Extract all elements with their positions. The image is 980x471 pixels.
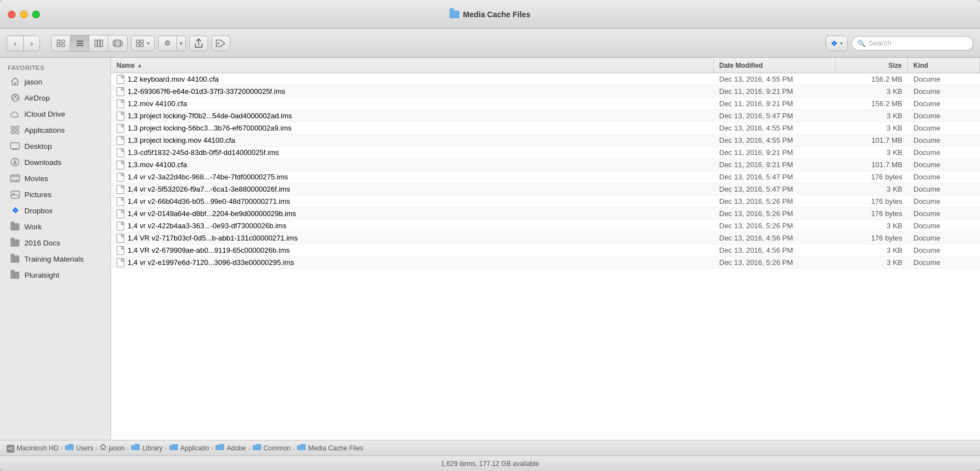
sidebar-item-training[interactable]: Training Materials — [2, 251, 108, 267]
sidebar-item-icloud[interactable]: iCloud Drive — [2, 106, 108, 122]
tag-button[interactable] — [211, 36, 230, 51]
dropbox-button[interactable]: ❖ ▾ — [826, 36, 848, 51]
sidebar-label-movies: Movies — [24, 174, 48, 183]
file-cell-kind: Docume — [908, 246, 980, 254]
folder-breadcrumb-icon — [297, 444, 306, 450]
sidebar-item-pictures[interactable]: Pictures — [2, 187, 108, 202]
action-dropdown[interactable]: ⚙ ▾ — [158, 36, 186, 51]
file-cell-kind: Docume — [908, 99, 980, 108]
file-cell-name: 1,4 vr v2-5f532026-f9a7...-6ca1-3e880000… — [111, 185, 714, 194]
breadcrumb-separator: › — [211, 445, 214, 452]
sort-arrow-icon: ▲ — [137, 62, 143, 68]
file-cell-size: 3 KB — [836, 222, 908, 230]
breadcrumb-label-media-cache-files: Media Cache Files — [308, 444, 363, 452]
breadcrumb-item-jason[interactable]: jason — [100, 444, 125, 452]
file-row[interactable]: 1,2.mov 44100.cfa Dec 11, 2016, 9:21 PM … — [111, 98, 980, 110]
breadcrumb-item-adobe[interactable]: Adobe — [215, 444, 246, 452]
forward-button[interactable]: › — [23, 36, 40, 51]
file-doc-icon — [117, 234, 124, 243]
folder-breadcrumb-icon — [215, 444, 224, 450]
file-cell-size: 3 KB — [836, 185, 908, 193]
sidebar-item-pluralsight[interactable]: Pluralsight — [2, 267, 108, 283]
file-cell-kind: Docume — [908, 136, 980, 144]
file-cell-size: 156.2 MB — [836, 75, 908, 83]
file-cell-size: 176 bytes — [836, 197, 908, 206]
sidebar-item-work[interactable]: Work — [2, 219, 108, 234]
sidebar-item-2016docs[interactable]: 2016 Docs — [2, 235, 108, 250]
file-row[interactable]: 1,3-cd5f1832-245d-83db-0f5f-dd14000025f.… — [111, 147, 980, 159]
file-row[interactable]: 1,3 project locking.mov 44100.cfa Dec 13… — [111, 134, 980, 147]
file-row[interactable]: 1,4 vr v2-5f532026-f9a7...-6ca1-3e880000… — [111, 183, 980, 196]
file-row[interactable]: 1,3 project locking-7f0b2...54de-0ad4000… — [111, 110, 980, 122]
view-cover-button[interactable] — [108, 36, 127, 51]
downloads-icon — [10, 157, 20, 167]
file-cell-name: 1,3 project locking-56bc3...3b76-ef67000… — [111, 124, 714, 133]
file-row[interactable]: 1,4 vr v2-66b04d36-b05...99e0-48d7000002… — [111, 196, 980, 208]
file-cell-name: 1,4 VR v2-717b03cf-0d5...b-abb1-131c0000… — [111, 234, 714, 243]
sidebar-item-downloads[interactable]: Downloads — [2, 154, 108, 170]
file-cell-name: 1,4 vr v2-0149a64e-d8bf...2204-be9d00000… — [111, 209, 714, 218]
file-row[interactable]: 1,2-693067f6-e64e-01d3-37f3-33720000025f… — [111, 86, 980, 98]
file-row[interactable]: 1,4 vr v2-0149a64e-d8bf...2204-be9d00000… — [111, 208, 980, 220]
file-row[interactable]: 1,4 VR v2-679909ae-ab0...9119-65c0000026… — [111, 244, 980, 257]
file-cell-kind: Docume — [908, 258, 980, 267]
file-cell-date: Dec 13, 2016, 4:56 PM — [714, 246, 836, 254]
view-columns-button[interactable] — [89, 36, 108, 51]
file-doc-icon — [117, 75, 124, 84]
sidebar-label-desktop: Desktop — [24, 142, 52, 151]
col-header-date[interactable]: Date Modified — [714, 58, 836, 73]
sidebar-item-jason[interactable]: jason — [2, 74, 108, 89]
file-doc-icon — [117, 136, 124, 145]
search-box[interactable]: 🔍 Search — [851, 36, 973, 51]
breadcrumb-item-library[interactable]: Library — [131, 444, 163, 452]
breadcrumb-item-application[interactable]: Applicatio — [169, 444, 209, 452]
movies-icon — [10, 173, 20, 183]
view-group-dropdown[interactable]: ▾ — [131, 36, 155, 51]
file-row[interactable]: 1,4 vr v2-e1997e6d-7120...3096-d33e00000… — [111, 257, 980, 269]
file-cell-kind: Docume — [908, 197, 980, 206]
file-cell-kind: Docume — [908, 112, 980, 120]
folder-breadcrumb-icon — [131, 444, 140, 450]
sidebar-item-movies[interactable]: Movies — [2, 171, 108, 186]
file-row[interactable]: 1,3.mov 44100.cfa Dec 11, 2016, 9:21 PM … — [111, 159, 980, 171]
svg-rect-12 — [137, 40, 139, 43]
folder-breadcrumb-icon — [65, 444, 74, 450]
col-header-size[interactable]: Size — [836, 58, 908, 73]
col-header-kind[interactable]: Kind — [908, 58, 980, 73]
file-cell-name: 1,3.mov 44100.cfa — [111, 161, 714, 169]
file-cell-name: 1,4 VR v2-679909ae-ab0...9119-65c0000026… — [111, 246, 714, 255]
minimize-button[interactable] — [20, 11, 28, 18]
file-row[interactable]: 1,4 vr v2-422b4aa3-363...-0e93-df7300002… — [111, 220, 980, 232]
file-cell-size: 3 KB — [836, 124, 908, 132]
breadcrumb-item-users[interactable]: Users — [65, 444, 93, 452]
file-row[interactable]: 1,4 vr v2-3a22d4bc-968...-74be-7fdf00000… — [111, 171, 980, 183]
file-cell-kind: Docume — [908, 87, 980, 96]
file-row[interactable]: 1,2 keyboard.mov 44100.cfa Dec 13, 2016,… — [111, 73, 980, 86]
view-list-button[interactable] — [70, 36, 89, 51]
title-bar: Media Cache Files — [0, 0, 980, 29]
share-button[interactable] — [189, 36, 208, 51]
file-row[interactable]: 1,4 VR v2-717b03cf-0d5...b-abb1-131c0000… — [111, 232, 980, 244]
sidebar-item-desktop[interactable]: Desktop — [2, 138, 108, 154]
breadcrumb-item-common[interactable]: Common — [252, 444, 291, 452]
file-cell-name: 1,4 vr v2-66b04d36-b05...99e0-48d7000002… — [111, 197, 714, 206]
back-button[interactable]: ‹ — [7, 36, 23, 51]
svg-rect-1 — [62, 40, 64, 43]
gear-icon: ⚙ — [159, 36, 177, 51]
file-cell-kind: Docume — [908, 234, 980, 242]
view-icon-button[interactable] — [52, 36, 70, 51]
sidebar-item-dropbox[interactable]: ❖ Dropbox — [2, 203, 108, 218]
file-cell-date: Dec 13, 2016, 5:26 PM — [714, 258, 836, 267]
maximize-button[interactable] — [32, 11, 40, 18]
file-cell-date: Dec 13, 2016, 5:47 PM — [714, 112, 836, 120]
breadcrumb-label-common: Common — [264, 444, 291, 452]
close-button[interactable] — [8, 11, 16, 18]
breadcrumb-item-media-cache-files[interactable]: Media Cache Files — [297, 444, 363, 452]
col-header-name[interactable]: Name ▲ — [111, 58, 714, 73]
sidebar-item-airdrop[interactable]: AirDrop — [2, 90, 108, 106]
sidebar-item-applications[interactable]: Applications — [2, 122, 108, 138]
file-cell-size: 101.7 MB — [836, 161, 908, 169]
breadcrumb-item-macintosh-hd[interactable]: HDMacintosh HD — [7, 444, 58, 453]
file-row[interactable]: 1,3 project locking-56bc3...3b76-ef67000… — [111, 122, 980, 134]
favorites-header: Favorites — [0, 60, 110, 73]
